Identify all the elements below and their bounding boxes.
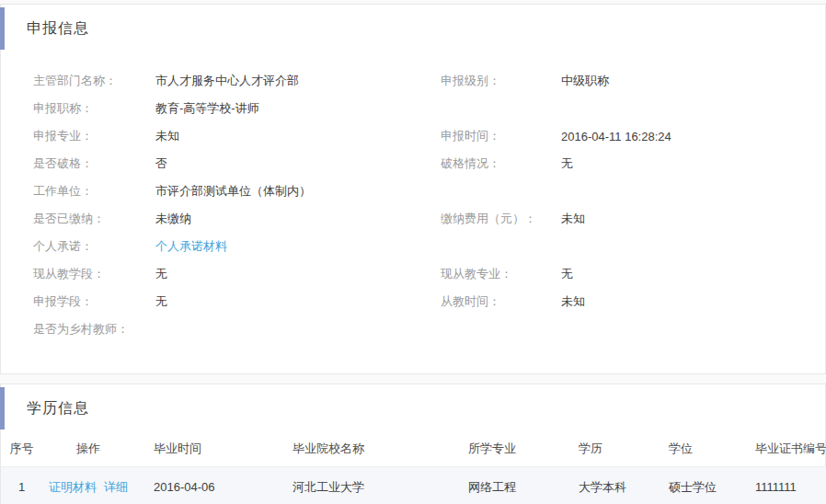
column-header-actions: 操作 xyxy=(42,431,134,466)
proof-material-link[interactable]: 证明材料 xyxy=(49,480,97,494)
field-label-department: 主管部门名称： xyxy=(33,73,155,89)
field-row: 现从教学段： 无 现从教专业： 无 xyxy=(1,260,825,288)
field-row: 是否已缴纳： 未缴纳 缴纳费用（元）： 未知 xyxy=(1,205,825,233)
field-value-department: 市人才服务中心人才评介部 xyxy=(155,73,441,89)
field-label-apply-stage: 申报学段： xyxy=(33,293,155,310)
row-graduation-date-cell: 2016-04-06 xyxy=(134,466,258,504)
field-value-teaching-major: 无 xyxy=(561,266,825,282)
education-info-panel: 学历信息 序号 操作 毕业时间 毕业院校名称 所学专业 学历 学位 毕业证书编号… xyxy=(0,384,826,504)
field-label-teaching-major: 现从教专业： xyxy=(441,266,561,282)
declaration-section-title: 申报信息 xyxy=(27,17,89,40)
personal-commitment-link[interactable]: 个人承诺材料 xyxy=(155,239,227,253)
column-header-certificate-no: 毕业证书编号 xyxy=(737,431,826,466)
field-label-paid: 是否已缴纳： xyxy=(33,211,155,227)
field-label-exception: 是否破格： xyxy=(33,155,155,172)
field-row: 是否破格： 否 破格情况： 无 xyxy=(1,150,825,178)
field-label-title-applied: 申报职称： xyxy=(33,100,155,117)
field-label-teaching-stage: 现从教学段： xyxy=(33,266,155,282)
column-header-degree: 学位 xyxy=(645,431,737,466)
field-label-commitment: 个人承诺： xyxy=(33,238,155,255)
field-value-exception: 否 xyxy=(155,155,441,172)
field-row: 申报职称： 教育-高等学校-讲师 xyxy=(1,95,825,122)
field-value-teaching-time: 未知 xyxy=(561,293,825,310)
row-education-level-cell: 大学本科 xyxy=(562,466,645,504)
education-section-title: 学历信息 xyxy=(27,397,89,419)
field-row: 工作单位： 市评介部测试单位（体制内） xyxy=(1,178,825,205)
field-label-work-unit: 工作单位： xyxy=(33,183,155,200)
row-degree-cell: 硕士学位 xyxy=(645,466,737,504)
field-label-level: 申报级别： xyxy=(441,73,561,89)
field-label-apply-time: 申报时间： xyxy=(441,128,561,144)
field-row: 是否为乡村教师： xyxy=(1,315,825,343)
row-certificate-no-cell: 1111111 xyxy=(737,466,826,504)
field-label-major: 申报专业： xyxy=(33,128,155,144)
table-row: 1 证明材料详细 2016-04-06 河北工业大学 网络工程 大学本科 硕士学… xyxy=(1,466,826,504)
declaration-fields: 主管部门名称： 市人才服务中心人才评介部 申报级别： 中级职称 申报职称： 教育… xyxy=(1,67,825,343)
field-label-teaching-time: 从教时间： xyxy=(441,293,561,310)
education-table: 序号 操作 毕业时间 毕业院校名称 所学专业 学历 学位 毕业证书编号 1 证明… xyxy=(1,431,826,504)
column-header-index: 序号 xyxy=(1,431,42,466)
column-header-graduation-date: 毕业时间 xyxy=(134,431,258,466)
field-value-level: 中级职称 xyxy=(561,73,825,89)
row-major-cell: 网络工程 xyxy=(415,466,562,504)
field-row: 主管部门名称： 市人才服务中心人才评介部 申报级别： 中级职称 xyxy=(1,67,825,95)
field-label-fee: 缴纳费用（元）： xyxy=(441,211,561,227)
field-value-work-unit: 市评介部测试单位（体制内） xyxy=(155,183,441,200)
field-row: 申报专业： 未知 申报时间： 2016-04-11 16:28:24 xyxy=(1,122,825,150)
field-value-fee: 未知 xyxy=(561,211,825,227)
field-value-teaching-stage: 无 xyxy=(155,266,441,282)
section-accent-bar xyxy=(0,7,5,50)
table-header-row: 序号 操作 毕业时间 毕业院校名称 所学专业 学历 学位 毕业证书编号 xyxy=(1,431,826,466)
field-value-major: 未知 xyxy=(155,128,441,144)
field-value-exception-detail: 无 xyxy=(561,155,825,172)
field-label-exception-detail: 破格情况： xyxy=(441,155,561,172)
row-actions-cell: 证明材料详细 xyxy=(42,466,134,504)
declaration-info-panel: 申报信息 主管部门名称： 市人才服务中心人才评介部 申报级别： 中级职称 申报职… xyxy=(0,4,826,374)
declaration-section-header: 申报信息 xyxy=(1,5,825,40)
row-index-cell: 1 xyxy=(1,466,42,504)
field-value-apply-stage: 无 xyxy=(155,293,441,310)
column-header-major: 所学专业 xyxy=(415,431,562,466)
detail-link[interactable]: 详细 xyxy=(104,480,128,494)
field-value-apply-time: 2016-04-11 16:28:24 xyxy=(561,130,825,143)
field-value-paid: 未缴纳 xyxy=(155,211,441,227)
column-header-education-level: 学历 xyxy=(562,431,645,466)
field-row: 个人承诺： 个人承诺材料 xyxy=(1,233,825,260)
section-accent-bar xyxy=(0,387,5,430)
field-row: 申报学段： 无 从教时间： 未知 xyxy=(1,288,825,315)
field-value-title-applied: 教育-高等学校-讲师 xyxy=(155,100,441,117)
education-section-header: 学历信息 xyxy=(1,384,825,419)
field-label-rural-teacher: 是否为乡村教师： xyxy=(33,321,155,338)
row-school-cell: 河北工业大学 xyxy=(258,466,415,504)
column-header-school: 毕业院校名称 xyxy=(258,431,415,466)
